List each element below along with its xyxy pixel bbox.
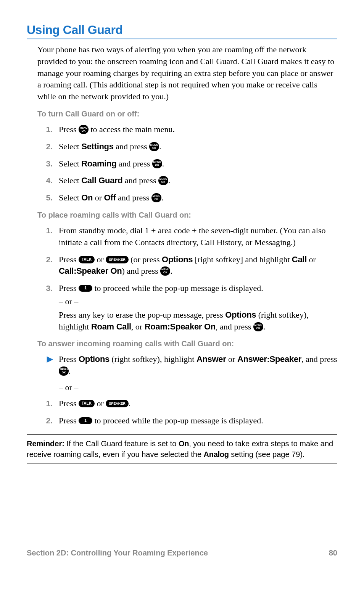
step-2: 2. Press TALK or SPEAKER (or press Optio… [37,254,337,278]
menu-ok-icon: MENUOK [151,193,161,202]
subheading-turn-on-off: To turn Call Guard on or off: [37,110,337,118]
step-number: 1. [37,398,53,410]
talk-button-icon: TALK [79,400,95,407]
step-text: Select Settings and press MENUOK. [59,141,337,153]
step-number: 2. [37,415,53,427]
step-number: 2. [37,254,53,278]
steps-answer-calls: ▶ Press Options (right softkey), highlig… [37,354,337,377]
subheading-place-calls: To place roaming calls with Call Guard o… [37,211,337,220]
menu-ok-icon: MENUOK [149,142,159,151]
step-text: Select On or Off and press MENUOK. [59,192,337,204]
step-text: Press MENUOK to access the main menu. [59,124,337,136]
step-2: 2. Press 1 to proceed while the pop-up m… [37,415,337,427]
steps-answer-alt: 1. Press TALK or SPEAKER. 2. Press 1 to … [37,398,337,427]
page-title: Using Call Guard [27,23,337,39]
step-text: Select Roaming and press MENUOK. [59,158,337,170]
speaker-button-icon: SPEAKER [106,400,129,407]
one-button-icon: 1 [79,417,92,424]
subheading-answer-calls: To answer incoming roaming calls with Ca… [37,339,337,348]
page-number: 80 [329,549,337,557]
step-number: 2. [37,141,53,153]
or-divider: – or – [59,296,337,308]
step-2: 2. Select Settings and press MENUOK. [37,141,337,153]
menu-ok-icon: MENUOK [253,322,263,331]
section-label: Section 2D: Controlling Your Roaming Exp… [27,549,208,557]
menu-ok-icon: MENUOK [152,159,162,168]
step-1: 1. Press MENUOK to access the main menu. [37,124,337,136]
arrow-icon: ▶ [37,354,53,377]
one-button-icon: 1 [79,285,92,292]
menu-ok-icon: MENUOK [79,125,89,134]
step-text: Press TALK or SPEAKER. [59,398,337,410]
step-1: 1. From standby mode, dial 1 + area code… [37,225,337,249]
step-text: From standby mode, dial 1 + area code + … [59,225,337,249]
step-number: 5. [37,192,53,204]
step-3: 3. Press 1 to proceed while the pop-up m… [37,283,337,333]
step-text: Select Call Guard and press MENUOK. [59,175,337,187]
step-3: 3. Select Roaming and press MENUOK. [37,158,337,170]
talk-button-icon: TALK [79,256,95,263]
step-number: 3. [37,283,53,333]
speaker-button-icon: SPEAKER [106,256,129,263]
reminder-box: Reminder: If the Call Guard feature is s… [27,434,337,463]
bullet-item: ▶ Press Options (right softkey), highlig… [37,354,337,377]
or-divider: – or – [59,383,337,392]
intro-paragraph: Your phone has two ways of alerting you … [37,44,337,103]
step-text: Press 1 to proceed while the pop-up mess… [59,415,337,427]
step-number: 4. [37,175,53,187]
step-number: 3. [37,158,53,170]
page-footer: Section 2D: Controlling Your Roaming Exp… [27,549,337,557]
menu-ok-icon: MENUOK [59,366,69,376]
step-text: Press 1 to proceed while the pop-up mess… [59,283,337,333]
steps-turn-on-off: 1. Press MENUOK to access the main menu.… [37,124,337,204]
menu-ok-icon: MENUOK [160,266,170,276]
step-4: 4. Select Call Guard and press MENUOK. [37,175,337,187]
steps-place-calls: 1. From standby mode, dial 1 + area code… [37,225,337,333]
step-5: 5. Select On or Off and press MENUOK. [37,192,337,204]
step-number: 1. [37,124,53,136]
reminder-label: Reminder: [27,439,64,448]
step-text: Press TALK or SPEAKER (or press Options … [59,254,337,278]
menu-ok-icon: MENUOK [158,176,168,185]
step-text: Press Options (right softkey), highlight… [59,354,337,377]
step-1: 1. Press TALK or SPEAKER. [37,398,337,410]
step-number: 1. [37,225,53,249]
